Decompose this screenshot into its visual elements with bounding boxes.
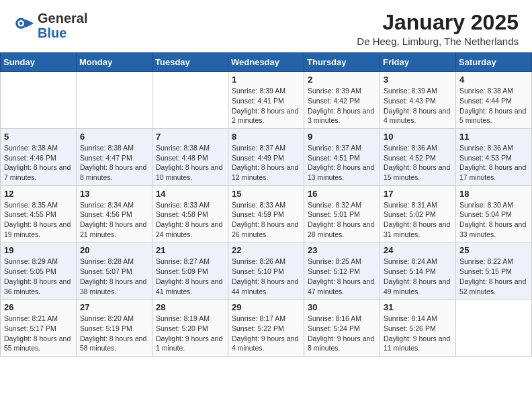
day-number: 13 <box>80 189 148 199</box>
calendar-cell: 21Sunrise: 8:27 AM Sunset: 5:09 PM Dayli… <box>152 242 228 300</box>
calendar-cell: 8Sunrise: 8:37 AM Sunset: 4:49 PM Daylig… <box>228 128 304 185</box>
day-number: 22 <box>232 245 300 255</box>
cell-info: Sunrise: 8:24 AM Sunset: 5:14 PM Dayligh… <box>384 257 452 296</box>
calendar-cell: 28Sunrise: 8:19 AM Sunset: 5:20 PM Dayli… <box>152 300 228 357</box>
cell-info: Sunrise: 8:29 AM Sunset: 5:05 PM Dayligh… <box>4 257 73 296</box>
calendar-cell: 2Sunrise: 8:39 AM Sunset: 4:42 PM Daylig… <box>304 72 380 129</box>
svg-point-2 <box>19 21 23 25</box>
svg-marker-3 <box>26 19 34 28</box>
cell-info: Sunrise: 8:33 AM Sunset: 4:59 PM Dayligh… <box>232 200 300 240</box>
calendar-cell <box>1 72 77 129</box>
header-friday: Friday <box>380 53 456 72</box>
calendar-cell: 31Sunrise: 8:14 AM Sunset: 5:26 PM Dayli… <box>380 300 456 357</box>
title-block: January 2025 De Heeg, Limburg, The Nethe… <box>357 11 519 47</box>
cell-info: Sunrise: 8:17 AM Sunset: 5:22 PM Dayligh… <box>232 314 300 353</box>
day-number: 8 <box>232 132 300 142</box>
cell-info: Sunrise: 8:27 AM Sunset: 5:09 PM Dayligh… <box>156 257 224 296</box>
calendar-cell: 6Sunrise: 8:38 AM Sunset: 4:47 PM Daylig… <box>77 128 152 185</box>
cell-info: Sunrise: 8:37 AM Sunset: 4:49 PM Dayligh… <box>232 143 300 183</box>
day-number: 7 <box>156 132 224 142</box>
day-number: 30 <box>308 302 376 312</box>
cell-info: Sunrise: 8:19 AM Sunset: 5:20 PM Dayligh… <box>156 314 224 353</box>
calendar-table: Sunday Monday Tuesday Wednesday Thursday… <box>0 52 532 357</box>
day-number: 29 <box>232 302 300 312</box>
day-number: 3 <box>384 75 452 85</box>
cell-info: Sunrise: 8:20 AM Sunset: 5:19 PM Dayligh… <box>80 314 148 353</box>
cell-info: Sunrise: 8:36 AM Sunset: 4:52 PM Dayligh… <box>384 143 452 183</box>
calendar-cell: 14Sunrise: 8:33 AM Sunset: 4:58 PM Dayli… <box>152 185 228 242</box>
cell-info: Sunrise: 8:35 AM Sunset: 4:55 PM Dayligh… <box>4 200 73 240</box>
cell-info: Sunrise: 8:37 AM Sunset: 4:51 PM Dayligh… <box>308 143 376 183</box>
cell-info: Sunrise: 8:34 AM Sunset: 4:56 PM Dayligh… <box>80 200 148 240</box>
calendar-cell: 11Sunrise: 8:36 AM Sunset: 4:53 PM Dayli… <box>456 128 532 185</box>
page-header: General Blue January 2025 De Heeg, Limbu… <box>0 0 532 52</box>
day-number: 19 <box>4 245 73 255</box>
cell-info: Sunrise: 8:39 AM Sunset: 4:41 PM Dayligh… <box>232 86 300 126</box>
cell-info: Sunrise: 8:22 AM Sunset: 5:15 PM Dayligh… <box>459 257 528 296</box>
cell-info: Sunrise: 8:21 AM Sunset: 5:17 PM Dayligh… <box>4 314 73 353</box>
day-number: 14 <box>156 189 224 199</box>
calendar-cell: 5Sunrise: 8:38 AM Sunset: 4:46 PM Daylig… <box>1 128 77 185</box>
calendar-cell: 22Sunrise: 8:26 AM Sunset: 5:10 PM Dayli… <box>228 242 304 300</box>
day-number: 6 <box>80 132 148 142</box>
calendar-cell: 30Sunrise: 8:16 AM Sunset: 5:24 PM Dayli… <box>304 300 380 357</box>
day-number: 1 <box>232 75 300 85</box>
month-year-title: January 2025 <box>357 11 519 34</box>
header-monday: Monday <box>77 53 152 72</box>
calendar-cell: 26Sunrise: 8:21 AM Sunset: 5:17 PM Dayli… <box>1 300 77 357</box>
calendar-cell <box>152 72 228 129</box>
calendar-week-3: 12Sunrise: 8:35 AM Sunset: 4:55 PM Dayli… <box>1 185 532 242</box>
cell-info: Sunrise: 8:38 AM Sunset: 4:48 PM Dayligh… <box>156 143 224 183</box>
day-number: 12 <box>4 189 73 199</box>
calendar-cell: 27Sunrise: 8:20 AM Sunset: 5:19 PM Dayli… <box>77 300 152 357</box>
cell-info: Sunrise: 8:38 AM Sunset: 4:46 PM Dayligh… <box>4 143 73 183</box>
calendar-cell: 15Sunrise: 8:33 AM Sunset: 4:59 PM Dayli… <box>228 185 304 242</box>
cell-info: Sunrise: 8:38 AM Sunset: 4:47 PM Dayligh… <box>80 143 148 183</box>
calendar-week-4: 19Sunrise: 8:29 AM Sunset: 5:05 PM Dayli… <box>1 242 532 300</box>
logo-icon <box>13 15 35 36</box>
calendar-cell: 17Sunrise: 8:31 AM Sunset: 5:02 PM Dayli… <box>380 185 456 242</box>
calendar-week-2: 5Sunrise: 8:38 AM Sunset: 4:46 PM Daylig… <box>1 128 532 185</box>
calendar-cell: 29Sunrise: 8:17 AM Sunset: 5:22 PM Dayli… <box>228 300 304 357</box>
calendar-week-5: 26Sunrise: 8:21 AM Sunset: 5:17 PM Dayli… <box>1 300 532 357</box>
day-number: 24 <box>384 245 452 255</box>
day-number: 31 <box>384 302 452 312</box>
cell-info: Sunrise: 8:30 AM Sunset: 5:04 PM Dayligh… <box>459 200 528 240</box>
calendar-cell: 7Sunrise: 8:38 AM Sunset: 4:48 PM Daylig… <box>152 128 228 185</box>
logo-blue-text: Blue <box>38 26 66 40</box>
cell-info: Sunrise: 8:14 AM Sunset: 5:26 PM Dayligh… <box>384 314 452 353</box>
cell-info: Sunrise: 8:39 AM Sunset: 4:42 PM Dayligh… <box>308 86 376 126</box>
calendar-cell: 25Sunrise: 8:22 AM Sunset: 5:15 PM Dayli… <box>456 242 532 300</box>
cell-info: Sunrise: 8:33 AM Sunset: 4:58 PM Dayligh… <box>156 200 224 240</box>
calendar-cell: 20Sunrise: 8:28 AM Sunset: 5:07 PM Dayli… <box>77 242 152 300</box>
calendar-cell: 18Sunrise: 8:30 AM Sunset: 5:04 PM Dayli… <box>456 185 532 242</box>
calendar-cell: 16Sunrise: 8:32 AM Sunset: 5:01 PM Dayli… <box>304 185 380 242</box>
header-sunday: Sunday <box>1 53 77 72</box>
day-number: 20 <box>80 245 148 255</box>
cell-info: Sunrise: 8:16 AM Sunset: 5:24 PM Dayligh… <box>308 314 376 353</box>
day-number: 23 <box>308 245 376 255</box>
header-wednesday: Wednesday <box>228 53 304 72</box>
cell-info: Sunrise: 8:32 AM Sunset: 5:01 PM Dayligh… <box>308 200 376 240</box>
calendar-cell: 23Sunrise: 8:25 AM Sunset: 5:12 PM Dayli… <box>304 242 380 300</box>
day-number: 18 <box>459 189 528 199</box>
header-saturday: Saturday <box>456 53 532 72</box>
calendar-cell: 1Sunrise: 8:39 AM Sunset: 4:41 PM Daylig… <box>228 72 304 129</box>
day-number: 15 <box>232 189 300 199</box>
location-subtitle: De Heeg, Limburg, The Netherlands <box>357 36 519 47</box>
cell-info: Sunrise: 8:36 AM Sunset: 4:53 PM Dayligh… <box>459 143 528 183</box>
day-number: 2 <box>308 75 376 85</box>
calendar-cell: 13Sunrise: 8:34 AM Sunset: 4:56 PM Dayli… <box>77 185 152 242</box>
day-number: 11 <box>459 132 528 142</box>
day-number: 21 <box>156 245 224 255</box>
logo-general-text: General <box>38 11 87 26</box>
calendar-cell: 19Sunrise: 8:29 AM Sunset: 5:05 PM Dayli… <box>1 242 77 300</box>
calendar-cell: 9Sunrise: 8:37 AM Sunset: 4:51 PM Daylig… <box>304 128 380 185</box>
calendar-cell: 10Sunrise: 8:36 AM Sunset: 4:52 PM Dayli… <box>380 128 456 185</box>
cell-info: Sunrise: 8:31 AM Sunset: 5:02 PM Dayligh… <box>384 200 452 240</box>
calendar-cell: 3Sunrise: 8:39 AM Sunset: 4:43 PM Daylig… <box>380 72 456 129</box>
cell-info: Sunrise: 8:28 AM Sunset: 5:07 PM Dayligh… <box>80 257 148 296</box>
day-number: 10 <box>384 132 452 142</box>
day-number: 5 <box>4 132 73 142</box>
day-number: 4 <box>459 75 528 85</box>
